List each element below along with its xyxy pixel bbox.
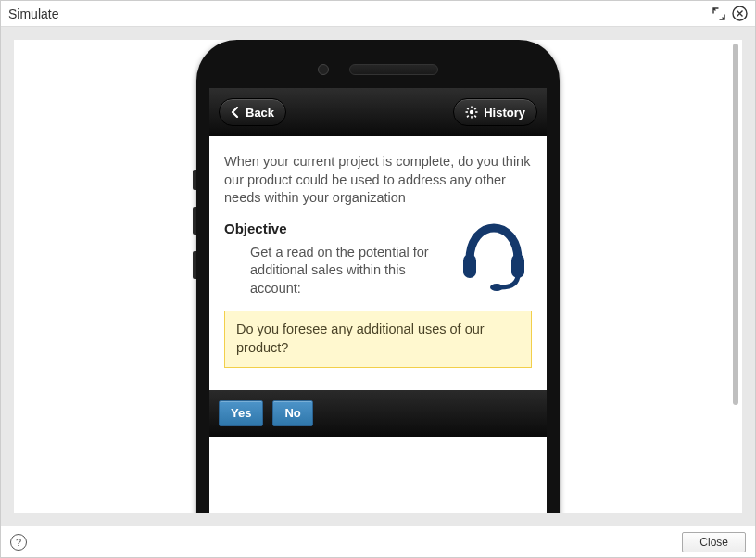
objective-heading: Objective <box>224 221 447 236</box>
headset-icon <box>456 221 532 293</box>
history-button[interactable]: History <box>453 98 537 126</box>
phone-frame: Back History <box>196 40 560 513</box>
svg-rect-4 <box>466 111 468 113</box>
svg-rect-2 <box>471 107 472 108</box>
close-button[interactable]: Close <box>682 532 746 552</box>
no-button[interactable]: No <box>272 400 312 426</box>
content-area: Back History <box>1 27 755 526</box>
expand-icon[interactable] <box>711 6 726 21</box>
footer: ? Close <box>1 526 755 557</box>
yes-button[interactable]: Yes <box>219 400 263 426</box>
svg-rect-7 <box>474 115 477 118</box>
titlebar: Simulate <box>1 1 755 27</box>
svg-point-12 <box>490 284 503 291</box>
svg-rect-3 <box>471 116 472 118</box>
gear-icon <box>465 106 478 119</box>
page-content: When your current project is complete, d… <box>209 136 547 368</box>
help-icon[interactable]: ? <box>10 534 27 551</box>
svg-rect-6 <box>467 108 470 110</box>
action-bar: Yes No <box>209 390 547 437</box>
phone-screen: Back History <box>209 88 547 513</box>
nav-bar: Back History <box>209 88 547 136</box>
question-text: When your current project is complete, d… <box>224 153 532 208</box>
objective-text: Get a read on the potential for addition… <box>224 244 447 298</box>
back-button-label: Back <box>246 106 274 120</box>
svg-point-1 <box>470 110 473 114</box>
simulate-window: Simulate <box>0 0 756 558</box>
close-icon[interactable] <box>732 6 748 21</box>
svg-rect-10 <box>463 254 476 278</box>
window-title: Simulate <box>8 6 58 21</box>
svg-rect-5 <box>475 111 477 113</box>
chevron-left-icon <box>231 107 240 118</box>
speaker-icon <box>349 64 438 75</box>
camera-icon <box>318 64 329 75</box>
scrollbar[interactable] <box>733 44 738 405</box>
svg-rect-8 <box>474 108 477 110</box>
back-button[interactable]: Back <box>219 98 286 126</box>
preview-panel: Back History <box>14 40 742 513</box>
svg-rect-9 <box>467 115 470 118</box>
prompt-box: Do you foresee any additional uses of ou… <box>224 311 532 367</box>
history-button-label: History <box>484 106 525 120</box>
